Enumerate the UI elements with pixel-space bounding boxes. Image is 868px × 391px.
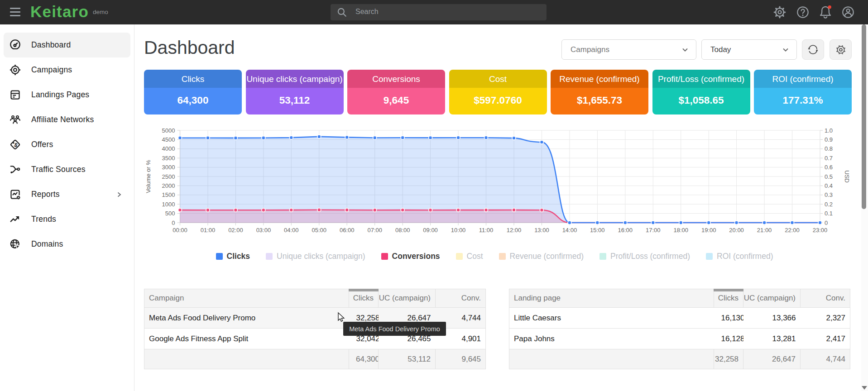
svg-text:1.0: 1.0 (825, 127, 833, 134)
svg-text:5000: 5000 (162, 127, 175, 134)
svg-text:1500: 1500 (162, 191, 175, 198)
svg-text:500: 500 (165, 210, 175, 217)
svg-text:01:00: 01:00 (201, 227, 216, 234)
svg-text:18:00: 18:00 (673, 227, 688, 234)
svg-text:13:00: 13:00 (534, 227, 549, 234)
svg-text:06:00: 06:00 (340, 227, 355, 234)
svg-text:17:00: 17:00 (646, 227, 661, 234)
svg-text:Volume or %: Volume or % (145, 160, 152, 193)
svg-text:21:00: 21:00 (757, 227, 772, 234)
svg-text:07:00: 07:00 (367, 227, 382, 234)
svg-text:15:00: 15:00 (590, 227, 605, 234)
svg-text:22:00: 22:00 (785, 227, 800, 234)
svg-text:3500: 3500 (162, 155, 175, 162)
svg-text:00:00: 00:00 (173, 227, 187, 234)
svg-text:0.6: 0.6 (825, 164, 833, 171)
svg-text:2500: 2500 (162, 173, 175, 180)
svg-text:16:00: 16:00 (618, 227, 633, 234)
svg-text:0.8: 0.8 (825, 145, 833, 152)
svg-text:3000: 3000 (162, 164, 175, 171)
svg-text:05:00: 05:00 (312, 227, 327, 234)
svg-text:0.1: 0.1 (825, 210, 833, 217)
svg-text:2000: 2000 (162, 182, 175, 189)
svg-text:11:00: 11:00 (479, 227, 494, 234)
svg-text:12:00: 12:00 (507, 227, 522, 234)
svg-text:20:00: 20:00 (729, 227, 744, 234)
svg-text:03:00: 03:00 (256, 227, 271, 234)
svg-text:0: 0 (172, 219, 175, 226)
svg-text:0: 0 (825, 219, 828, 226)
svg-text:19:00: 19:00 (701, 227, 716, 234)
svg-text:0.2: 0.2 (825, 201, 833, 208)
svg-text:10:00: 10:00 (451, 227, 466, 234)
svg-text:USD: USD (844, 170, 850, 182)
svg-text:09:00: 09:00 (423, 227, 438, 234)
svg-text:23:00: 23:00 (813, 227, 828, 234)
svg-text:0.9: 0.9 (825, 136, 833, 143)
svg-text:4000: 4000 (162, 145, 175, 152)
svg-text:0.4: 0.4 (825, 182, 833, 189)
svg-text:0.3: 0.3 (825, 191, 833, 198)
svg-text:14:00: 14:00 (562, 227, 577, 234)
svg-text:4500: 4500 (162, 136, 175, 143)
svg-text:04:00: 04:00 (284, 227, 299, 234)
svg-text:1000: 1000 (162, 201, 175, 208)
svg-text:0.5: 0.5 (825, 173, 833, 180)
svg-text:08:00: 08:00 (395, 227, 410, 234)
svg-text:0.7: 0.7 (825, 155, 833, 162)
svg-text:02:00: 02:00 (228, 227, 243, 234)
